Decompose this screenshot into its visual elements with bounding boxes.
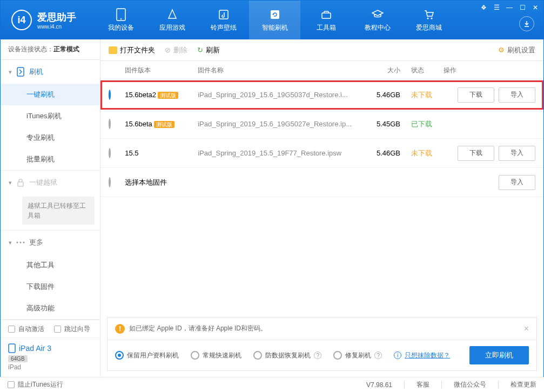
app-subtitle: www.i4.cn (37, 24, 76, 30)
version-label: V7.98.61 (366, 381, 392, 389)
radio-icon[interactable] (109, 148, 111, 158)
sidebar-flash-head[interactable]: ▾ 刷机 (1, 60, 100, 84)
device-icon (8, 343, 16, 353)
radio-icon[interactable] (109, 90, 111, 100)
content-area: 打开文件夹 ⊘ 删除 ↻ 刷新 ⚙ 刷机设置 固件版本 固件名称 大小 (100, 39, 543, 376)
erase-link[interactable]: i 只想抹除数据？ (394, 351, 450, 360)
app-header: i4 爱思助手 www.i4.cn 我的设备 应用游戏 铃声壁纸 (1, 1, 543, 39)
sidebar-jailbreak-head[interactable]: ▾ 一键越狱 (1, 171, 100, 194)
open-folder-button[interactable]: 打开文件夹 (109, 45, 155, 55)
svg-rect-8 (18, 182, 23, 186)
logo: i4 爱思助手 www.i4.cn (1, 10, 87, 30)
opt-anti-recovery[interactable]: 防数据恢复刷机 ? (253, 351, 321, 360)
gear-icon: ⚙ (498, 46, 505, 54)
beta-badge: 测试版 (158, 92, 178, 99)
download-manager-button[interactable] (519, 16, 534, 31)
svg-rect-4 (322, 13, 331, 18)
close-notice-button[interactable]: × (524, 324, 529, 334)
wechat-link[interactable]: 微信公众号 (454, 380, 486, 389)
sidebar-item-itunes[interactable]: iTunes刷机 (1, 105, 100, 127)
firmware-row[interactable]: 15.6beta测试版iPad_Spring_2019_15.6_19G5027… (100, 110, 543, 139)
support-link[interactable]: 客服 (417, 380, 429, 389)
nav-my-device[interactable]: 我的设备 (95, 1, 146, 39)
storage-badge: 64GB (8, 355, 28, 362)
radio-icon[interactable] (109, 177, 111, 187)
block-itunes-row[interactable]: 阻止iTunes运行 (8, 380, 63, 389)
app-title: 爱思助手 (37, 11, 76, 24)
nav-tutorial[interactable]: 教程中心 (352, 1, 403, 39)
local-firmware-label: 选择本地固件 (125, 178, 167, 186)
svg-point-1 (120, 18, 121, 19)
svg-point-6 (431, 17, 432, 19)
refresh-button[interactable]: ↻ 刷新 (197, 45, 220, 55)
close-icon[interactable]: ✕ (531, 3, 540, 12)
svg-point-11 (23, 242, 25, 244)
firmware-row[interactable]: 15.6beta2测试版iPad_Spring_2019_15.6_19G503… (100, 80, 543, 110)
firmware-size: 5.45GB (362, 120, 400, 128)
maximize-icon[interactable]: ☐ (518, 3, 527, 12)
sidebar-item-other-tools[interactable]: 其他工具 (1, 254, 100, 276)
sidebar-item-batch[interactable]: 批量刷机 (1, 148, 100, 170)
sidebar: 设备连接状态： 正常模式 ▾ 刷机 一键刷机 iTunes刷机 专业刷机 批量刷… (1, 39, 100, 376)
svg-point-5 (427, 17, 428, 19)
checkbox-icon[interactable] (54, 326, 61, 333)
firmware-size: 5.46GB (362, 91, 400, 99)
flash-now-button[interactable]: 立即刷机 (469, 346, 529, 364)
firmware-name: iPad_Spring_2019_15.5_19F77_Restore.ipsw (198, 149, 362, 157)
logo-icon: i4 (11, 10, 32, 30)
import-button[interactable]: 导入 (499, 146, 535, 161)
download-button[interactable]: 下载 (458, 146, 494, 161)
firmware-size: 5.46GB (362, 149, 400, 157)
firmware-status: 未下载 (400, 90, 444, 100)
sidebar-item-oneclick[interactable]: 一键刷机 (1, 84, 100, 105)
graduation-icon (371, 8, 384, 21)
more-icon (16, 238, 25, 247)
sidebar-item-advanced[interactable]: 高级功能 (1, 298, 100, 319)
flash-settings-button[interactable]: ⚙ 刷机设置 (498, 45, 535, 55)
svg-rect-3 (271, 10, 279, 19)
footer: 阻止iTunes运行 V7.98.61 客服 微信公众号 检查更新 (0, 377, 544, 392)
nav-apps[interactable]: 应用游戏 (146, 1, 198, 39)
checkbox-icon[interactable] (8, 381, 15, 388)
music-icon (217, 8, 230, 21)
svg-point-9 (17, 242, 18, 244)
chevron-down-icon: ▾ (9, 179, 12, 186)
auto-activate-row[interactable]: 自动激活 跳过向导 (1, 320, 100, 337)
opt-repair[interactable]: 修复刷机 ? (333, 351, 382, 360)
jailbreak-note: 越狱工具已转移至工具箱 (22, 197, 95, 225)
svg-rect-12 (9, 344, 15, 353)
minimize-icon[interactable]: — (505, 3, 514, 12)
sidebar-more-head[interactable]: ▾ 更多 (1, 231, 100, 254)
nav-store[interactable]: 爱思商城 (403, 1, 454, 39)
delete-button[interactable]: ⊘ 删除 (165, 45, 187, 55)
opt-normal[interactable]: 常规快速刷机 (191, 351, 241, 360)
firmware-status: 未下载 (400, 148, 444, 158)
nav-flash[interactable]: 智能刷机 (249, 1, 300, 39)
sidebar-item-download-fw[interactable]: 下载固件 (1, 276, 100, 298)
svg-rect-7 (17, 67, 24, 76)
device-info[interactable]: iPad Air 3 64GB iPad (1, 337, 100, 376)
import-button[interactable]: 导入 (499, 87, 535, 103)
help-icon[interactable]: ? (314, 352, 321, 359)
svg-point-10 (20, 242, 22, 244)
firmware-row[interactable]: 选择本地固件导入 (100, 168, 543, 197)
firmware-row[interactable]: 15.5iPad_Spring_2019_15.5_19F77_Restore.… (100, 139, 543, 168)
help-icon[interactable]: ? (374, 352, 382, 359)
firmware-status: 已下载 (400, 119, 444, 129)
skin-icon[interactable]: ❖ (479, 3, 488, 12)
sidebar-item-pro[interactable]: 专业刷机 (1, 127, 100, 148)
nav-toolbox[interactable]: 工具箱 (300, 1, 352, 39)
import-button[interactable]: 导入 (499, 175, 535, 190)
checkbox-icon[interactable] (8, 326, 15, 333)
opt-keep-data[interactable]: 保留用户资料刷机 (115, 351, 179, 360)
radio-icon[interactable] (109, 119, 111, 129)
firmware-name: iPad_Spring_2019_15.6_19G5027e_Restore.i… (198, 120, 362, 128)
firmware-name: iPad_Spring_2019_15.6_19G5037d_Restore.i… (198, 91, 362, 99)
nav-wallpaper[interactable]: 铃声壁纸 (198, 1, 249, 39)
check-update-link[interactable]: 检查更新 (511, 380, 536, 389)
delete-icon: ⊘ (165, 46, 171, 54)
apps-icon (166, 8, 179, 21)
download-button[interactable]: 下载 (458, 87, 494, 103)
firmware-version: 15.6beta (125, 120, 152, 128)
menu-icon[interactable]: ☰ (492, 3, 501, 12)
